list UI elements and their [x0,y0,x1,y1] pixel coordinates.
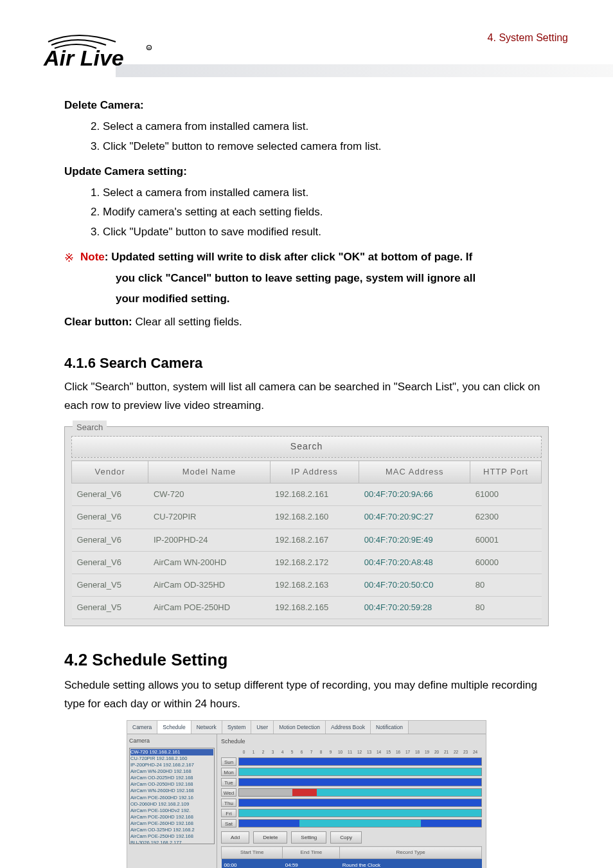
cam-item[interactable]: AirCam POE-200HD 192.168 [130,814,213,820]
st-col-start[interactable]: Start Time [222,847,283,859]
cam-item[interactable]: AirCam POE-2600HD 192.16 [130,795,213,801]
delete-camera-steps: Select a camera from installed camera li… [64,118,549,156]
tab-network[interactable]: Network [191,721,222,734]
schedule-table: Start Time End Time Record Type 00:0004:… [221,846,482,868]
day-bar[interactable] [238,778,482,786]
cell-vendor: General_V6 [72,551,148,574]
cam-item[interactable]: AirCam POE-260HD 192.168 [130,820,213,827]
search-body: Click "Search" button, system will list … [64,378,549,415]
day-bar[interactable] [238,809,482,817]
col-model[interactable]: Model Name [148,461,270,484]
day-bar[interactable] [238,757,482,766]
cam-item[interactable]: AirCam WN-200HD 192.168 [130,768,213,775]
day-label[interactable]: Sat [221,819,236,827]
day-row-mon[interactable]: Mon [221,768,482,776]
day-label[interactable]: Thu [221,799,236,807]
sched-camera-list[interactable]: CW-720 192.168.2.161CU-720PIR 192.168.2.… [129,748,215,844]
search-row[interactable]: General_V6IP-200PHD-24192.168.2.16700:4F… [72,529,542,551]
col-mac[interactable]: MAC Address [359,461,470,484]
cell-vendor: General_V5 [72,596,148,619]
cam-item[interactable]: AirCam OD-2050HD 192.168 [130,781,213,788]
cell-model: IP-200PHD-24 [148,529,270,551]
day-bar[interactable] [238,819,482,827]
schedule-figure: CameraScheduleNetworkSystemUserMotion De… [127,720,486,868]
sched-right-title: Schedule [221,737,482,746]
cell-mac: 00:4F:70:20:9A:66 [359,484,470,506]
cell-model: CU-720PIR [148,506,270,529]
day-label[interactable]: Wed [221,788,236,797]
copy-button[interactable]: Copy [330,831,362,844]
search-row[interactable]: General_V6CU-720PIR192.168.2.16000:4F:70… [72,506,542,529]
cam-item[interactable]: AirCam POE-250HD 192.168 [130,833,213,840]
delete-step-2: Select a camera from installed camera li… [103,118,549,136]
day-row-fri[interactable]: Fri [221,809,482,817]
setting-button[interactable]: Setting [291,831,326,844]
cam-item[interactable]: OD-2060HD 192.168.2.109 [130,801,213,808]
day-label[interactable]: Sun [221,757,236,766]
cam-item[interactable]: CU-720PIR 192.168.2.160 [130,755,213,762]
search-row[interactable]: General_V6CW-720192.168.2.16100:4F:70:20… [72,484,542,506]
cell-ip: 192.168.2.165 [270,596,359,619]
tab-schedule[interactable]: Schedule [157,721,191,734]
search-panel: Search Search Vendor Model Name IP Addre… [64,426,549,626]
search-row[interactable]: General_V5AirCam OD-325HD192.168.2.16300… [72,574,542,596]
cam-item[interactable]: AirCam OD-325HD 192.168.2 [130,827,213,833]
tab-notification[interactable]: Notification [371,721,409,734]
cell-vendor: General_V6 [72,484,148,506]
cell-model: AirCam OD-325HD [148,574,270,596]
update-step-2: Modify camera's setting at each setting … [103,203,549,222]
note-text-1: : Updated setting will write to disk aft… [105,251,472,263]
search-button[interactable]: Search [71,436,542,458]
st-col-end[interactable]: End Time [283,847,340,859]
cell-mac: 00:4F:70:20:59:28 [359,596,470,619]
cell-vendor: General_V6 [72,506,148,529]
cam-item[interactable]: IP-200PHD-24 192.168.2.167 [130,762,213,768]
clear-text: Clear all setting fields. [132,316,242,328]
cell-model: AirCam POE-250HD [148,596,270,619]
day-row-sun[interactable]: Sun [221,757,482,766]
cell-ip: 192.168.2.172 [270,551,359,574]
tab-system[interactable]: System [222,721,251,734]
cam-item[interactable]: AirCam POE-100HDv2 192. [130,808,213,814]
day-bar[interactable] [238,768,482,776]
cam-item[interactable]: BU-3026 192.168.2.177 [130,840,213,844]
search-row[interactable]: General_V6AirCam WN-200HD192.168.2.17200… [72,551,542,574]
day-row-sat[interactable]: Sat [221,819,482,827]
cam-item[interactable]: AirCam WN-2600HD 192.168 [130,788,213,794]
cam-item[interactable]: CW-720 192.168.2.161 [130,749,213,755]
day-row-tue[interactable]: Tue [221,778,482,786]
search-table: Vendor Model Name IP Address MAC Address… [71,460,542,619]
schedule-row[interactable]: 00:0004:59Round the Clock [222,858,482,868]
add-button[interactable]: Add [221,831,249,844]
cam-item[interactable]: AirCam OD-2025HD 192.168 [130,775,213,781]
search-row[interactable]: General_V5AirCam POE-250HD192.168.2.1650… [72,596,542,619]
col-port[interactable]: HTTP Port [470,461,542,484]
day-label[interactable]: Fri [221,809,236,817]
cell-port: 62300 [470,506,542,529]
tab-address-book[interactable]: Address Book [326,721,371,734]
tab-motion-detection[interactable]: Motion Detection [274,721,326,734]
update-step-1: Select a camera from installed camera li… [103,184,549,203]
cell-mac: 00:4F:70:20:9E:49 [359,529,470,551]
day-row-wed[interactable]: Wed [221,788,482,797]
delete-button[interactable]: Delete [253,831,287,844]
day-label[interactable]: Tue [221,778,236,786]
delete-camera-title: Delete Camera: [64,96,549,115]
sched-left-title: Camera [129,736,215,746]
col-vendor[interactable]: Vendor [72,461,148,484]
airlive-logo: Air Live R [39,26,154,71]
tab-camera[interactable]: Camera [127,721,157,734]
day-row-thu[interactable]: Thu [221,799,482,807]
st-col-type[interactable]: Record Type [340,847,482,859]
update-camera-steps: Select a camera from installed camera li… [64,184,549,242]
schedule-body: Schedule setting allows you to setup dif… [64,676,549,714]
svg-text:R: R [148,46,150,50]
cell-ip: 192.168.2.160 [270,506,359,529]
day-bar[interactable] [238,799,482,807]
day-label[interactable]: Mon [221,768,236,776]
tab-user[interactable]: User [251,721,274,734]
cell-model: AirCam WN-200HD [148,551,270,574]
col-ip[interactable]: IP Address [270,461,359,484]
day-bar[interactable] [238,788,482,797]
cell-port: 80 [470,574,542,596]
